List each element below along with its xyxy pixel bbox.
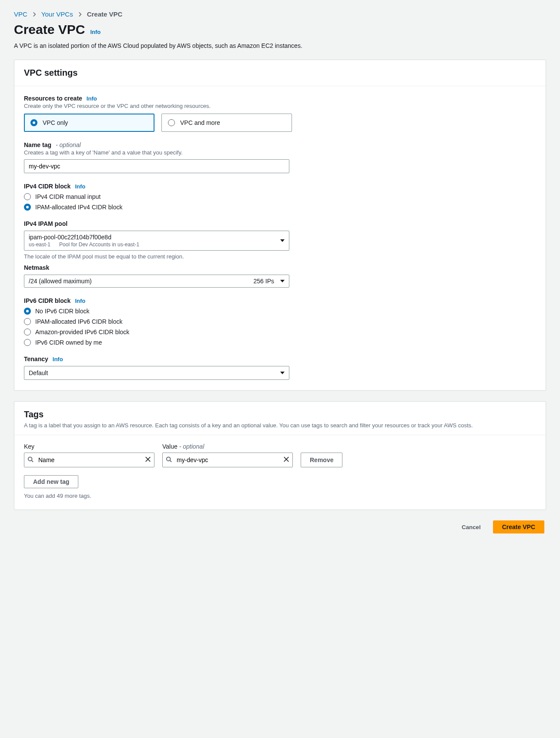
panel-tags: Tags A tag is a label that you assign to… bbox=[14, 401, 546, 510]
tile-label: VPC and more bbox=[180, 119, 220, 126]
page-description: A VPC is an isolated portion of the AWS … bbox=[14, 42, 546, 49]
label-netmask: Netmask bbox=[24, 264, 49, 271]
page-title: Create VPC bbox=[14, 22, 85, 37]
create-vpc-button[interactable]: Create VPC bbox=[493, 520, 544, 533]
label-name-tag: Name tag bbox=[24, 141, 51, 148]
select-tenancy[interactable]: Default bbox=[24, 366, 289, 380]
breadcrumb: VPC Your VPCs Create VPC bbox=[14, 10, 546, 18]
label-optional: - optional bbox=[56, 141, 81, 148]
tags-description: A tag is a label that you assign to an A… bbox=[24, 422, 536, 429]
input-tag-value[interactable] bbox=[162, 453, 293, 467]
tile-label: VPC only bbox=[43, 119, 68, 126]
select-netmask[interactable]: /24 (allowed maximum) 256 IPs bbox=[24, 275, 289, 288]
info-link-resources[interactable]: Info bbox=[87, 95, 97, 102]
input-name-tag[interactable] bbox=[24, 159, 289, 173]
label-ipv6-block: IPv6 CIDR block bbox=[24, 297, 70, 304]
search-icon bbox=[166, 456, 172, 464]
hint-name-tag: Creates a tag with a key of 'Name' and a… bbox=[24, 149, 536, 156]
select-ipam-pool[interactable]: ipam-pool-00c22f104b7f00e8d us-east-1 Po… bbox=[24, 231, 289, 251]
panel-vpc-settings: VPC settings Resources to create Info Cr… bbox=[14, 60, 546, 391]
svg-line-1 bbox=[32, 460, 34, 462]
radio-icon bbox=[30, 119, 37, 126]
radio-label: IPAM-allocated IPv6 CIDR block bbox=[35, 318, 122, 325]
caret-down-icon bbox=[280, 369, 285, 376]
info-link-ipv4[interactable]: Info bbox=[75, 183, 85, 190]
info-link-ipv6[interactable]: Info bbox=[75, 298, 85, 304]
radio-ipv6-none[interactable]: No IPv6 CIDR block bbox=[24, 308, 536, 315]
tags-limit-text: You can add 49 more tags. bbox=[24, 493, 536, 499]
netmask-value: /24 (allowed maximum) bbox=[29, 278, 92, 285]
panel-title-settings: VPC settings bbox=[24, 68, 536, 78]
breadcrumb-current: Create VPC bbox=[87, 10, 123, 18]
svg-point-4 bbox=[167, 457, 171, 461]
tag-row: Key Value - optional bbox=[24, 443, 536, 467]
radio-label: Amazon-provided IPv6 CIDR block bbox=[35, 329, 129, 335]
label-tenancy: Tenancy bbox=[24, 356, 48, 362]
svg-line-5 bbox=[170, 460, 172, 462]
pool-id: ipam-pool-00c22f104b7f00e8d bbox=[29, 234, 139, 241]
radio-icon bbox=[24, 339, 31, 346]
info-link-tenancy[interactable]: Info bbox=[53, 356, 63, 362]
tenancy-value: Default bbox=[29, 369, 48, 376]
search-icon bbox=[27, 456, 34, 464]
radio-ipv6-owned[interactable]: IPv6 CIDR owned by me bbox=[24, 339, 536, 346]
tile-vpc-and-more[interactable]: VPC and more bbox=[161, 114, 292, 132]
hint-resources: Create only the VPC resource or the VPC … bbox=[24, 103, 536, 109]
pool-description: Pool for Dev Accounts in us-east-1 bbox=[59, 242, 139, 248]
radio-icon bbox=[24, 308, 31, 315]
breadcrumb-link-your-vpcs[interactable]: Your VPCs bbox=[41, 10, 73, 18]
chevron-right-icon bbox=[32, 12, 37, 17]
input-tag-key[interactable] bbox=[24, 453, 154, 467]
label-ipv4-block: IPv4 CIDR block bbox=[24, 183, 70, 190]
radio-icon bbox=[24, 204, 31, 211]
radio-icon bbox=[24, 193, 31, 200]
label-tag-value: Value - optional bbox=[162, 443, 293, 450]
label-ipam-pool: IPv4 IPAM pool bbox=[24, 220, 67, 227]
info-link-header[interactable]: Info bbox=[90, 29, 101, 35]
caret-down-icon bbox=[280, 278, 285, 285]
netmask-ips: 256 IPs bbox=[254, 278, 274, 285]
breadcrumb-link-vpc[interactable]: VPC bbox=[14, 10, 27, 18]
label-resources: Resources to create bbox=[24, 95, 82, 102]
label-tag-key: Key bbox=[24, 443, 154, 450]
chevron-right-icon bbox=[77, 12, 83, 17]
cancel-button[interactable]: Cancel bbox=[455, 520, 488, 533]
radio-label: IPv6 CIDR owned by me bbox=[35, 339, 102, 346]
svg-point-0 bbox=[28, 457, 32, 461]
radio-icon bbox=[168, 119, 175, 126]
radio-icon bbox=[24, 329, 31, 335]
radio-icon bbox=[24, 318, 31, 325]
radio-ipv6-ipam[interactable]: IPAM-allocated IPv6 CIDR block bbox=[24, 318, 536, 325]
radio-ipv4-ipam[interactable]: IPAM-allocated IPv4 CIDR block bbox=[24, 204, 536, 211]
radio-label: IPAM-allocated IPv4 CIDR block bbox=[35, 204, 122, 211]
pool-region: us-east-1 bbox=[29, 242, 50, 248]
remove-tag-button[interactable]: Remove bbox=[301, 453, 342, 467]
panel-title-tags: Tags bbox=[24, 409, 536, 419]
radio-ipv6-amazon[interactable]: Amazon-provided IPv6 CIDR block bbox=[24, 329, 536, 335]
clear-icon[interactable] bbox=[283, 456, 289, 464]
radio-ipv4-manual[interactable]: IPv4 CIDR manual input bbox=[24, 193, 536, 200]
caret-down-icon bbox=[280, 237, 285, 244]
radio-label: No IPv6 CIDR block bbox=[35, 308, 89, 315]
hint-ipam-constraint: The locale of the IPAM pool must be equa… bbox=[24, 253, 536, 260]
clear-icon[interactable] bbox=[145, 456, 151, 464]
tile-vpc-only[interactable]: VPC only bbox=[24, 114, 154, 132]
add-new-tag-button[interactable]: Add new tag bbox=[24, 475, 78, 488]
radio-label: IPv4 CIDR manual input bbox=[35, 193, 101, 200]
